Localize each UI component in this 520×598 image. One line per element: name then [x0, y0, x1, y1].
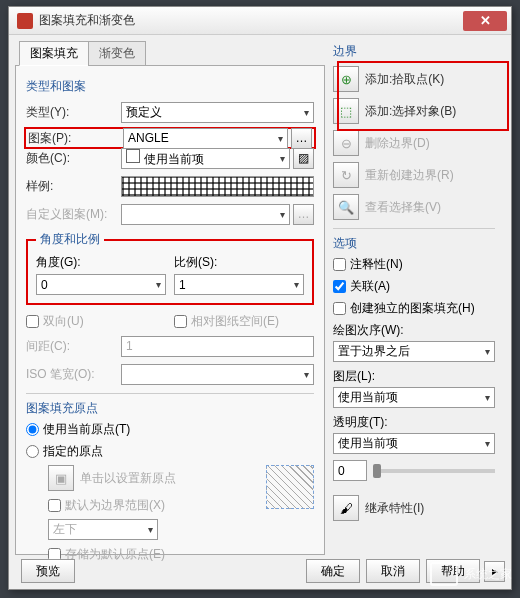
add-pick-point-button[interactable]: ⊕: [333, 66, 359, 92]
label-click-set-origin: 单击以设置新原点: [80, 470, 176, 487]
radio-specified-origin[interactable]: [26, 445, 39, 458]
label-type: 类型(Y):: [26, 104, 121, 121]
preview-button[interactable]: 预览: [21, 559, 75, 583]
add-select-object-button[interactable]: ⬚: [333, 98, 359, 124]
tab-gradient[interactable]: 渐变色: [88, 41, 146, 66]
checkbox-default-boundary: [48, 499, 61, 512]
legend-angle-scale: 角度和比例: [36, 231, 104, 248]
label-use-current-origin: 使用当前原点(T): [43, 421, 130, 438]
label-layer: 图层(L):: [333, 368, 495, 385]
label-independent: 创建独立的图案填充(H): [350, 300, 475, 317]
radio-use-current-origin[interactable]: [26, 423, 39, 436]
set-origin-button: ▣: [48, 465, 74, 491]
label-twoway: 双向(U): [43, 313, 84, 330]
input-spacing: 1: [121, 336, 314, 357]
select-type[interactable]: 预定义: [121, 102, 314, 123]
checkbox-associative[interactable]: [333, 280, 346, 293]
select-pattern[interactable]: ANGLE: [123, 128, 288, 149]
group-boundary: 边界: [333, 43, 495, 60]
tab-strip: 图案填充 渐变色: [19, 41, 325, 66]
select-scale[interactable]: 1: [174, 274, 304, 295]
label-annotative: 注释性(N): [350, 256, 403, 273]
inherit-button[interactable]: 🖌: [333, 495, 359, 521]
label-custom-pattern: 自定义图案(M):: [26, 206, 121, 223]
transparency-slider[interactable]: [373, 469, 495, 473]
group-angle-scale: 角度和比例 角度(G): 0 比例(S): 1: [26, 231, 314, 305]
pattern-browse-button[interactable]: …: [291, 128, 312, 149]
label-default-boundary: 默认为边界范围(X): [65, 497, 165, 514]
label-transparency: 透明度(T):: [333, 414, 495, 431]
select-iso: [121, 364, 314, 385]
checkbox-independent[interactable]: [333, 302, 346, 315]
label-inherit: 继承特性(I): [365, 500, 424, 517]
app-icon: [17, 13, 33, 29]
view-selection-button: 🔍: [333, 194, 359, 220]
tab-hatch[interactable]: 图案填充: [19, 41, 89, 66]
label-iso: ISO 笔宽(O):: [26, 366, 121, 383]
select-transparency[interactable]: 使用当前项: [333, 433, 495, 454]
window-title: 图案填充和渐变色: [39, 12, 463, 29]
checkbox-relpaper[interactable]: [174, 315, 187, 328]
origin-preview: [266, 465, 314, 509]
input-transparency-num[interactable]: 0: [333, 460, 367, 481]
color-swatch-icon: [126, 149, 140, 163]
checkbox-annotative[interactable]: [333, 258, 346, 271]
watermark: 系统之家: [430, 562, 512, 586]
select-layer[interactable]: 使用当前项: [333, 387, 495, 408]
label-view-selection: 查看选择集(V): [365, 199, 441, 216]
label-specified-origin: 指定的原点: [43, 443, 103, 460]
watermark-logo-icon: [430, 562, 458, 586]
label-remove-boundary: 删除边界(D): [365, 135, 430, 152]
label-relpaper: 相对图纸空间(E): [191, 313, 279, 330]
dialog-window: 图案填充和渐变色 ✕ 图案填充 渐变色 类型和图案 类型(Y): 预定义 图案(…: [8, 6, 512, 590]
label-sample: 样例:: [26, 178, 121, 195]
group-origin: 图案填充原点: [26, 393, 314, 417]
label-add-select: 添加:选择对象(B): [365, 103, 456, 120]
label-color: 颜色(C):: [26, 150, 121, 167]
select-draworder[interactable]: 置于边界之后: [333, 341, 495, 362]
label-associative: 关联(A): [350, 278, 390, 295]
select-custom-pattern: [121, 204, 290, 225]
checkbox-twoway[interactable]: [26, 315, 39, 328]
watermark-text: 系统之家: [464, 566, 512, 583]
color-picker-button[interactable]: ▨: [293, 148, 314, 169]
remove-boundary-button: ⊖: [333, 130, 359, 156]
titlebar: 图案填充和渐变色 ✕: [9, 7, 511, 35]
custom-browse-button: …: [293, 204, 314, 225]
label-spacing: 间距(C):: [26, 338, 121, 355]
label-angle: 角度(G):: [36, 254, 166, 271]
recreate-boundary-button: ↻: [333, 162, 359, 188]
slider-thumb[interactable]: [373, 464, 381, 478]
select-angle[interactable]: 0: [36, 274, 166, 295]
label-scale: 比例(S):: [174, 254, 304, 271]
group-type-pattern: 类型和图案: [26, 78, 314, 95]
ok-button[interactable]: 确定: [306, 559, 360, 583]
label-draworder: 绘图次序(W):: [333, 322, 495, 339]
label-recreate-boundary: 重新创建边界(R): [365, 167, 454, 184]
group-options: 选项: [333, 228, 495, 252]
sample-swatch[interactable]: [121, 176, 314, 197]
label-pattern: 图案(P):: [28, 130, 123, 147]
label-add-pick: 添加:拾取点(K): [365, 71, 444, 88]
cancel-button[interactable]: 取消: [366, 559, 420, 583]
close-button[interactable]: ✕: [463, 11, 507, 31]
main-panel: 类型和图案 类型(Y): 预定义 图案(P): ANGLE … 颜色(C): 使…: [15, 65, 325, 555]
select-color[interactable]: 使用当前项: [121, 148, 290, 169]
select-origin-position: 左下: [48, 519, 158, 540]
